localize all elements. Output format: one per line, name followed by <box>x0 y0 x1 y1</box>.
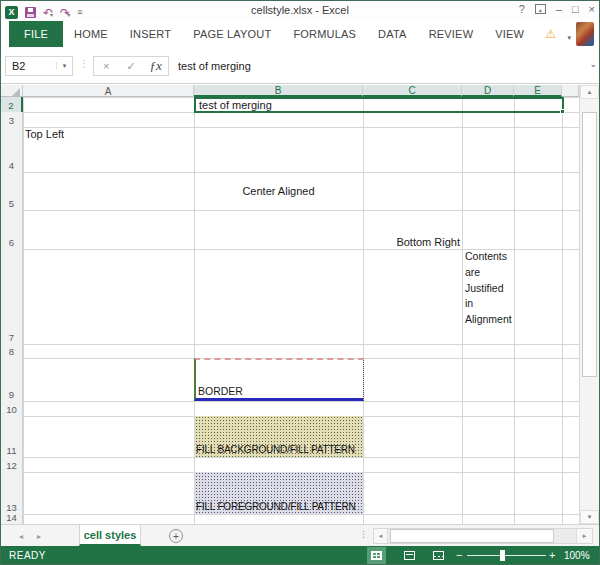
cell-b11-fill-background[interactable]: FILL BACKGROUND/FILL PATTERN <box>195 416 363 457</box>
tab-view[interactable]: VIEW <box>484 21 535 47</box>
undo-caret-icon[interactable]: ▾ <box>50 12 53 18</box>
scroll-left-icon[interactable]: ◂ <box>374 529 388 543</box>
cell-b13-fill-foreground[interactable]: FILL FOREGROUND/FILL PATTERN <box>195 472 363 514</box>
row-header-3[interactable]: 3 <box>1 112 23 127</box>
window-title: cellstyle.xlsx - Excel <box>151 4 449 16</box>
cell-b2-value: test of merging <box>196 99 272 111</box>
cell-b9-border[interactable]: BORDER <box>194 358 364 401</box>
quick-access-toolbar: X ↶▾ ↷▾ ≡ <box>5 3 82 21</box>
formula-input[interactable]: test of merging <box>171 56 585 76</box>
cell-d7[interactable]: Contents are Justified in Alignment <box>463 249 514 344</box>
window-controls: ? ▴ – □ × <box>519 3 595 15</box>
formula-bar-separator: ⋮ <box>79 58 89 69</box>
sheet-tab-bar: ◂ ▸ cell styles + ⋮ ◂ ▸ <box>1 524 599 546</box>
worksheet-grid: A B C D E 2 3 4 5 6 7 8 9 10 11 12 13 14… <box>1 85 599 524</box>
warning-icon[interactable]: ⚠ <box>545 21 556 47</box>
sheet-nav-right-icon[interactable]: ▸ <box>37 532 41 541</box>
title-bar: X ↶▾ ↷▾ ≡ cellstyle.xlsx - Excel ? ▴ – □… <box>1 1 599 21</box>
minimize-button[interactable]: – <box>556 3 562 15</box>
sheet-nav-left-icon[interactable]: ◂ <box>19 532 23 541</box>
column-header-b[interactable]: B <box>194 85 363 97</box>
normal-view-icon <box>371 551 382 560</box>
page-layout-view-button[interactable] <box>400 547 419 564</box>
zoom-slider-thumb[interactable] <box>500 550 505 561</box>
row-header-2[interactable]: 2 <box>1 97 23 112</box>
tab-formulas[interactable]: FORMULAS <box>282 21 367 47</box>
tab-review[interactable]: REVIEW <box>418 21 485 47</box>
tab-insert[interactable]: INSERT <box>119 21 182 47</box>
insert-function-icon[interactable]: ƒx <box>143 57 168 75</box>
sheet-bar-separator: ⋮ <box>359 529 368 539</box>
redo-button[interactable]: ↷▾ <box>60 3 70 21</box>
new-sheet-button[interactable]: + <box>169 529 183 543</box>
status-mode: READY <box>9 550 46 561</box>
name-box-caret-icon[interactable]: ▾ <box>56 62 72 70</box>
cancel-button[interactable]: × <box>94 57 119 75</box>
row-header-13[interactable]: 13 <box>1 472 23 514</box>
column-header-c[interactable]: C <box>363 85 462 97</box>
enter-button[interactable]: ✓ <box>119 57 144 75</box>
column-header-e[interactable]: E <box>514 85 562 97</box>
row-header-9[interactable]: 9 <box>1 358 23 401</box>
maximize-button[interactable]: □ <box>572 3 579 15</box>
sheet-tab-cell-styles[interactable]: cell styles <box>79 525 141 546</box>
cell-b5[interactable]: Center Aligned <box>194 172 363 210</box>
scroll-down-icon[interactable]: ▾ <box>580 510 599 524</box>
formula-bar: B2 ▾ ⋮ × ✓ ƒx test of merging ⌄ <box>1 47 599 84</box>
zoom-level[interactable]: 100% <box>564 550 590 561</box>
row-header-6[interactable]: 6 <box>1 210 23 249</box>
close-button[interactable]: × <box>589 3 595 15</box>
scroll-up-icon[interactable]: ▴ <box>580 85 599 99</box>
name-box-value: B2 <box>6 60 56 72</box>
page-break-view-icon <box>433 551 444 560</box>
excel-app-icon[interactable]: X <box>5 6 18 19</box>
column-headers: A B C D E <box>1 85 579 97</box>
row-header-8[interactable]: 8 <box>1 344 23 358</box>
column-header-a[interactable]: A <box>23 85 194 97</box>
select-all-corner[interactable] <box>1 85 23 97</box>
zoom-slider-track[interactable] <box>467 555 546 556</box>
undo-button[interactable]: ↶▾ <box>43 3 53 21</box>
ribbon-tab-bar: FILE HOME INSERT PAGE LAYOUT FORMULAS DA… <box>1 21 599 47</box>
account-caret-icon[interactable]: ▾ <box>567 34 571 42</box>
normal-view-button[interactable] <box>367 547 386 564</box>
scroll-right-icon[interactable]: ▸ <box>576 529 592 543</box>
tab-data[interactable]: DATA <box>367 21 418 47</box>
sheet-navigation: ◂ ▸ <box>19 525 41 547</box>
cell-a4[interactable]: Top Left <box>25 128 185 142</box>
row-header-10[interactable]: 10 <box>1 401 23 416</box>
column-header-f-partial[interactable] <box>562 85 579 97</box>
ribbon-display-options-icon[interactable]: ▴ <box>535 4 546 14</box>
selected-cell-b2[interactable]: test of merging <box>194 97 564 113</box>
expand-formula-bar-icon[interactable]: ⌄ <box>589 59 597 69</box>
row-header-11[interactable]: 11 <box>1 416 23 457</box>
help-button[interactable]: ? <box>519 3 525 15</box>
redo-caret-icon[interactable]: ▾ <box>67 12 70 18</box>
customize-qat-icon[interactable]: ≡ <box>77 7 82 17</box>
horizontal-scrollbar[interactable]: ◂ ▸ <box>373 528 593 544</box>
zoom-out-button[interactable]: − <box>456 549 462 561</box>
excel-window: X ↶▾ ↷▾ ≡ cellstyle.xlsx - Excel ? ▴ – □… <box>0 0 600 565</box>
row-header-12[interactable]: 12 <box>1 457 23 472</box>
page-layout-view-icon <box>404 551 415 560</box>
column-header-d[interactable]: D <box>462 85 514 97</box>
status-bar: READY − + 100% <box>1 546 599 565</box>
row-header-14[interactable]: 14 <box>1 514 23 524</box>
vertical-scrollbar-thumb[interactable] <box>582 112 597 377</box>
row-header-7[interactable]: 7 <box>1 249 23 344</box>
row-header-5[interactable]: 5 <box>1 172 23 210</box>
tab-page-layout[interactable]: PAGE LAYOUT <box>182 21 282 47</box>
name-box[interactable]: B2 ▾ <box>5 56 73 76</box>
save-icon[interactable] <box>25 7 36 18</box>
fill-handle[interactable] <box>560 109 565 114</box>
user-avatar[interactable] <box>576 22 594 46</box>
vertical-scrollbar[interactable]: ▴ ▾ <box>579 85 599 524</box>
page-break-view-button[interactable] <box>429 547 448 564</box>
tab-home[interactable]: HOME <box>63 21 119 47</box>
row-header-4[interactable]: 4 <box>1 127 23 172</box>
zoom-in-button[interactable]: + <box>549 549 555 561</box>
horizontal-scrollbar-thumb[interactable] <box>390 529 554 543</box>
cell-c6[interactable]: Bottom Right <box>363 210 462 249</box>
formula-bar-buttons: × ✓ ƒx <box>93 56 169 76</box>
tab-file[interactable]: FILE <box>9 21 63 47</box>
